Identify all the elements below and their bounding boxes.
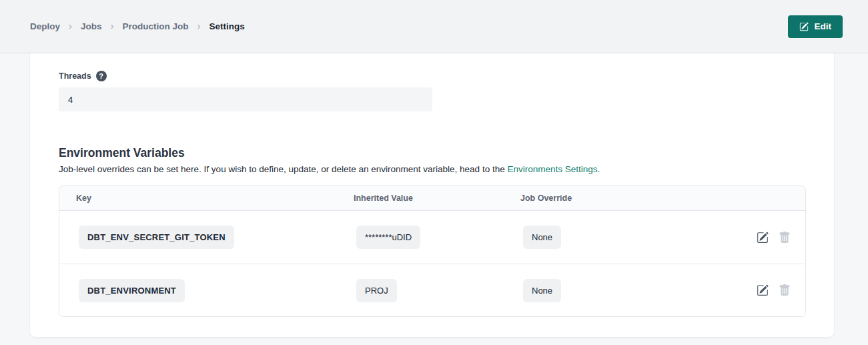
threads-label: Threads	[59, 71, 91, 81]
breadcrumb: Deploy › Jobs › Production Job › Setting…	[30, 21, 245, 32]
inherited-value-chip: PROJ	[356, 279, 397, 302]
env-vars-description: Job-level overrides can be set here. If …	[59, 164, 805, 174]
chevron-right-icon: ›	[197, 21, 201, 32]
breadcrumb-item-settings: Settings	[209, 21, 245, 31]
edit-button[interactable]: Edit	[788, 15, 843, 38]
env-vars-description-text: Job-level overrides can be set here. If …	[59, 164, 507, 174]
chevron-right-icon: ›	[111, 21, 114, 32]
job-override-chip: None	[523, 279, 561, 302]
table-header-row: Key Inherited Value Job Override	[59, 186, 805, 211]
edit-icon	[799, 22, 809, 31]
env-key-chip: DBT_ENV_SECRET_GIT_TOKEN	[79, 226, 234, 249]
env-key-chip: DBT_ENVIRONMENT	[79, 279, 185, 302]
edit-row-icon[interactable]	[757, 232, 769, 244]
trash-icon[interactable]	[779, 232, 791, 244]
breadcrumb-item-production-job[interactable]: Production Job	[123, 21, 189, 31]
table-row: DBT_ENVIRONMENT PROJ None	[59, 264, 805, 316]
environments-settings-link[interactable]: Environments Settings	[507, 164, 597, 174]
table-row: DBT_ENV_SECRET_GIT_TOKEN ********uDID No…	[59, 211, 805, 264]
env-vars-description-period: .	[598, 164, 600, 174]
edit-button-label: Edit	[815, 21, 832, 31]
job-settings-card: Threads ? 4 Environment Variables Job-le…	[30, 53, 834, 337]
inherited-value-chip: ********uDID	[356, 226, 420, 249]
breadcrumb-item-deploy[interactable]: Deploy	[30, 21, 60, 31]
chevron-right-icon: ›	[69, 21, 72, 32]
job-override-chip: None	[523, 226, 561, 249]
column-header-inherited-value: Inherited Value	[337, 194, 504, 203]
edit-row-icon[interactable]	[757, 284, 769, 296]
env-vars-title: Environment Variables	[59, 146, 805, 160]
column-header-key: Key	[59, 194, 337, 203]
topbar: Deploy › Jobs › Production Job › Setting…	[0, 0, 868, 53]
breadcrumb-item-jobs[interactable]: Jobs	[81, 21, 102, 31]
threads-input[interactable]: 4	[59, 87, 432, 111]
env-vars-table: Key Inherited Value Job Override DBT_ENV…	[59, 186, 806, 317]
help-icon[interactable]: ?	[96, 71, 107, 81]
trash-icon[interactable]	[779, 284, 791, 296]
column-header-job-override: Job Override	[504, 194, 704, 203]
threads-field: Threads ? 4	[59, 71, 805, 111]
